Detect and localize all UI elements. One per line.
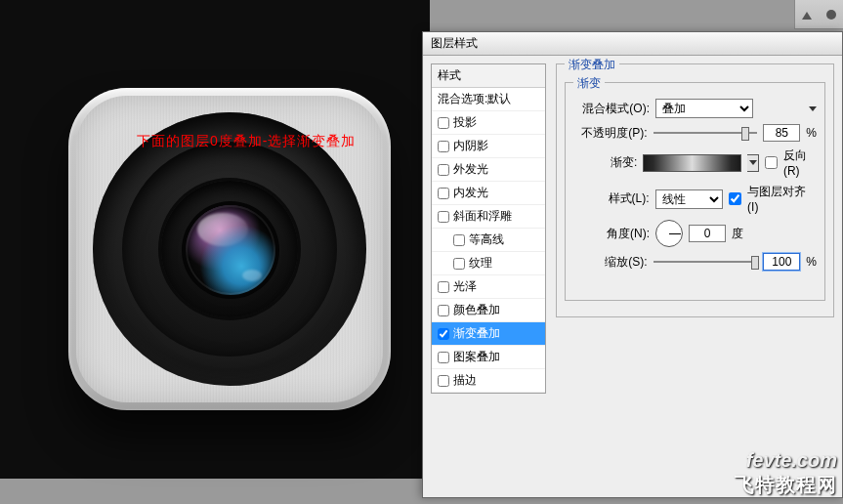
style-item-label: 内发光: [453, 185, 488, 201]
style-item-label: 颜色叠加: [453, 302, 500, 318]
style-item-label: 外发光: [453, 161, 488, 178]
camera-lens-icon: [186, 205, 275, 295]
scale-slider[interactable]: [653, 254, 758, 270]
style-item-渐变叠加[interactable]: 渐变叠加: [432, 322, 545, 346]
style-item-label: 纹理: [469, 255, 492, 272]
style-checkbox[interactable]: [438, 164, 449, 176]
group-gradient: 渐变 混合模式(O): 叠加 不透明度(P): %: [565, 82, 825, 301]
style-label: 样式(L):: [573, 190, 650, 207]
blend-mode-select[interactable]: 叠加: [655, 99, 753, 118]
style-item-内发光[interactable]: 内发光: [432, 182, 545, 205]
blend-options-default[interactable]: 混合选项:默认: [432, 88, 545, 111]
percent-label: %: [806, 126, 817, 140]
gradient-overlay-panel: 渐变叠加 渐变 混合模式(O): 叠加 不透明度(P):: [556, 63, 834, 489]
opacity-label: 不透明度(P):: [573, 125, 648, 142]
styles-header[interactable]: 样式: [432, 64, 545, 88]
group-inner-legend: 渐变: [573, 75, 605, 92]
style-item-label: 光泽: [453, 278, 477, 295]
style-checkbox[interactable]: [438, 188, 449, 199]
style-item-投影[interactable]: 投影: [432, 111, 545, 135]
reverse-label: 反向(R): [783, 147, 817, 178]
degree-label: 度: [732, 226, 743, 242]
style-item-斜面和浮雕[interactable]: 斜面和浮雕: [432, 205, 545, 229]
style-item-label: 内阴影: [453, 138, 488, 154]
style-item-label: 描边: [453, 372, 477, 389]
watermark-site: 飞特教程网: [735, 472, 837, 498]
style-item-label: 图案叠加: [453, 349, 500, 365]
style-select[interactable]: 线性: [655, 189, 724, 209]
group-gradient-overlay: 渐变叠加 渐变 混合模式(O): 叠加 不透明度(P):: [556, 63, 834, 317]
style-item-label: 等高线: [469, 231, 504, 248]
style-item-label: 斜面和浮雕: [453, 208, 512, 225]
style-checkbox[interactable]: [453, 258, 465, 270]
style-checkbox[interactable]: [438, 211, 449, 223]
gradient-preview[interactable]: [643, 154, 741, 172]
style-checkbox[interactable]: [438, 305, 449, 316]
group-outer-legend: 渐变叠加: [565, 57, 619, 73]
style-checkbox[interactable]: [438, 328, 449, 340]
align-label: 与图层对齐(I): [747, 184, 817, 214]
style-checkbox[interactable]: [438, 141, 449, 152]
style-item-label: 投影: [453, 114, 477, 131]
dialog-title: 图层样式: [431, 35, 478, 52]
style-item-等高线[interactable]: 等高线: [432, 229, 545, 252]
dot-icon: [826, 10, 836, 20]
panel-toolbar: [794, 0, 843, 29]
angle-input[interactable]: [689, 225, 726, 242]
style-checkbox[interactable]: [453, 234, 465, 246]
canvas-background: [0, 0, 430, 479]
chevron-down-icon: [809, 106, 817, 111]
opacity-slider[interactable]: [653, 125, 758, 141]
chevron-down-icon: [749, 160, 757, 165]
angle-label: 角度(N):: [573, 226, 650, 242]
gradient-label: 渐变:: [573, 154, 637, 171]
opacity-input[interactable]: [763, 124, 800, 142]
scale-label: 缩放(S):: [573, 254, 648, 271]
triangle-icon: [802, 10, 812, 20]
style-checkbox[interactable]: [438, 117, 449, 129]
style-item-内阴影[interactable]: 内阴影: [432, 135, 545, 158]
style-item-描边[interactable]: 描边: [432, 369, 545, 393]
align-checkbox[interactable]: [729, 192, 741, 205]
blend-mode-label: 混合模式(O):: [573, 101, 650, 117]
style-checkbox[interactable]: [438, 375, 449, 387]
angle-dial[interactable]: [655, 220, 683, 247]
gradient-dropdown[interactable]: [747, 154, 759, 172]
style-checkbox[interactable]: [438, 281, 449, 293]
style-checkbox[interactable]: [438, 352, 449, 363]
style-item-光泽[interactable]: 光泽: [432, 275, 545, 299]
style-item-图案叠加[interactable]: 图案叠加: [432, 346, 545, 369]
style-item-纹理[interactable]: 纹理: [432, 252, 545, 275]
watermark: fevte.com 飞特教程网: [735, 449, 837, 498]
percent-label-2: %: [806, 255, 817, 269]
style-item-label: 渐变叠加: [453, 325, 500, 342]
reverse-checkbox[interactable]: [765, 156, 778, 169]
watermark-url: fevte.com: [735, 449, 837, 472]
scale-input[interactable]: [763, 253, 800, 271]
style-item-颜色叠加[interactable]: 颜色叠加: [432, 299, 545, 322]
dialog-titlebar[interactable]: 图层样式: [423, 32, 842, 56]
layer-style-dialog: 图层样式 样式 混合选项:默认 投影内阴影外发光内发光斜面和浮雕等高线纹理光泽颜…: [422, 31, 843, 498]
style-item-外发光[interactable]: 外发光: [432, 158, 545, 182]
annotation-text: 下面的图层0度叠加-选择渐变叠加: [137, 133, 356, 150]
styles-list: 样式 混合选项:默认 投影内阴影外发光内发光斜面和浮雕等高线纹理光泽颜色叠加渐变…: [431, 63, 546, 394]
